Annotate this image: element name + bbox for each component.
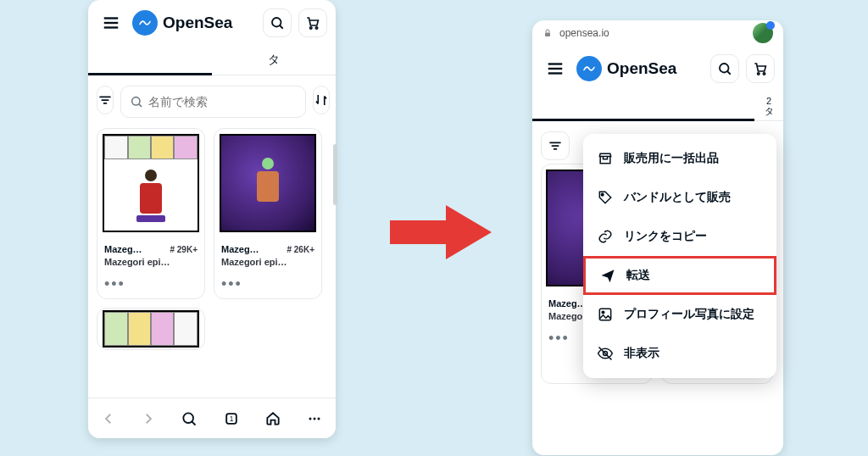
svg-point-6 [315, 27, 317, 29]
svg-rect-28 [549, 142, 561, 144]
search-input[interactable] [120, 86, 306, 118]
nft-thumb [97, 129, 204, 237]
menu-item-bulk-list[interactable]: 販売用に一括出品 [583, 139, 776, 178]
svg-point-24 [720, 64, 729, 73]
avatar[interactable] [753, 23, 773, 43]
search-button[interactable] [710, 54, 739, 83]
nft-title: Mazeg… [104, 244, 142, 254]
svg-marker-19 [390, 205, 492, 259]
cart-button[interactable] [298, 8, 327, 37]
tab-other[interactable]: 2 タ [754, 92, 783, 120]
menu-item-copy-link[interactable]: リンクをコピー [583, 217, 776, 256]
hamburger-icon[interactable] [541, 54, 570, 83]
menu-label: バンドルとして販売 [624, 190, 731, 205]
eye-off-icon [597, 345, 614, 362]
svg-rect-7 [99, 97, 111, 98]
svg-point-18 [318, 417, 320, 420]
svg-rect-29 [552, 145, 559, 147]
lock-icon [542, 28, 553, 38]
nft-thumb [97, 309, 204, 349]
card-more-button[interactable]: ••• [97, 275, 204, 298]
nft-subtitle: Mazegori epi… [104, 257, 198, 267]
filter-button[interactable] [541, 131, 570, 160]
header: OpenSea [88, 0, 336, 46]
menu-label: 販売用に一括出品 [624, 151, 719, 166]
nav-search-icon[interactable] [181, 410, 198, 427]
filter-button[interactable] [97, 86, 114, 114]
svg-point-12 [184, 413, 194, 423]
svg-point-16 [309, 417, 312, 420]
logo-text: OpenSea [607, 59, 676, 78]
svg-rect-8 [102, 99, 109, 101]
svg-line-4 [280, 25, 283, 29]
link-icon [597, 228, 614, 245]
send-icon [599, 267, 616, 284]
image-icon [597, 306, 614, 323]
cart-button[interactable] [746, 54, 775, 83]
svg-line-25 [727, 71, 731, 75]
sort-button[interactable] [313, 86, 330, 114]
logo[interactable]: OpenSea [576, 56, 676, 81]
svg-rect-32 [599, 309, 610, 320]
left-phone: OpenSea タ [88, 0, 336, 438]
menu-item-transfer[interactable]: 転送 [583, 256, 776, 295]
right-phone: opensea.io OpenSea 2 タ [532, 20, 783, 455]
nav-back-icon[interactable] [101, 411, 116, 426]
nft-title: Mazeg… [548, 298, 587, 309]
nav-tabs-icon[interactable]: 1 [223, 410, 240, 427]
storefront-icon [597, 150, 614, 167]
search-field[interactable] [148, 95, 297, 108]
search-icon [130, 95, 143, 108]
nft-grid: Mazeg… # 29K+ Mazegori epi… ••• Mazeg… #… [88, 128, 336, 350]
svg-point-5 [310, 27, 312, 29]
search-button[interactable] [263, 8, 292, 37]
tab-collected[interactable] [532, 92, 754, 120]
menu-label: プロフィール写真に設定 [624, 307, 754, 322]
svg-rect-9 [103, 103, 108, 104]
svg-point-33 [602, 311, 604, 314]
nft-rank: # 29K+ [170, 245, 198, 254]
context-menu: 販売用に一括出品 バンドルとして販売 リンクをコピー 転送 プロフィール写真に設… [583, 134, 776, 378]
menu-item-set-profile[interactable]: プロフィール写真に設定 [583, 295, 776, 334]
svg-line-11 [139, 104, 142, 107]
menu-item-sell-bundle[interactable]: バンドルとして販売 [583, 178, 776, 217]
logo[interactable]: OpenSea [132, 10, 232, 36]
hamburger-icon[interactable] [97, 8, 125, 37]
nft-title: Mazeg… [221, 244, 259, 254]
header: OpenSea [532, 46, 783, 92]
nft-subtitle: Mazegori epi… [221, 257, 314, 267]
svg-point-31 [601, 193, 604, 196]
logo-text: OpenSea [163, 14, 232, 32]
nav-forward-icon[interactable] [141, 411, 156, 426]
browser-bar: opensea.io [532, 20, 783, 46]
svg-point-10 [132, 97, 140, 105]
svg-point-17 [314, 417, 316, 420]
menu-label: 転送 [626, 268, 650, 283]
arrow-icon [390, 202, 492, 263]
nav-home-icon[interactable] [264, 410, 281, 427]
menu-label: 非表示 [624, 346, 659, 361]
svg-point-3 [272, 18, 281, 27]
tabs: 2 タ [532, 92, 783, 121]
svg-line-13 [192, 421, 196, 425]
browser-nav: 1 [88, 398, 336, 438]
nft-card[interactable] [97, 308, 205, 350]
tab-collected[interactable] [88, 46, 212, 75]
nav-more-icon[interactable] [306, 410, 323, 427]
svg-point-26 [758, 73, 760, 75]
nft-card[interactable]: Mazeg… # 26K+ Mazegori epi… ••• [214, 128, 322, 299]
svg-rect-30 [554, 148, 558, 150]
tag-icon [597, 189, 614, 206]
scrollbar[interactable] [333, 144, 337, 205]
tab-other[interactable]: タ [212, 46, 336, 75]
menu-label: リンクをコピー [624, 229, 707, 244]
logo-icon [576, 56, 602, 81]
filter-row [88, 75, 336, 128]
card-more-button[interactable]: ••• [214, 275, 321, 298]
menu-item-hide[interactable]: 非表示 [583, 334, 776, 373]
nft-rank: # 26K+ [287, 245, 314, 254]
svg-rect-20 [545, 33, 550, 37]
nft-card[interactable]: Mazeg… # 29K+ Mazegori epi… ••• [97, 128, 205, 299]
tabs: タ [88, 46, 336, 75]
svg-text:1: 1 [229, 414, 233, 423]
